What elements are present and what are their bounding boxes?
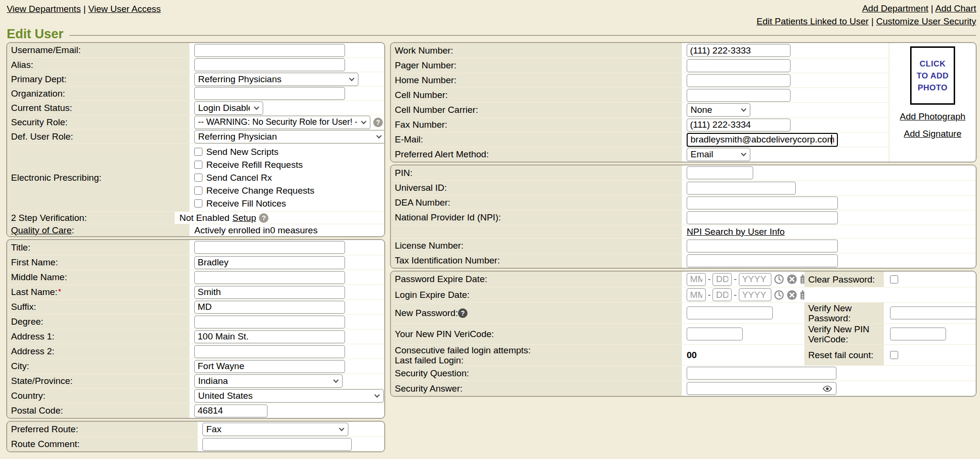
security-role-help-icon[interactable]: ? [373, 118, 383, 127]
security-question-input[interactable] [687, 367, 836, 380]
verify-new-password-input[interactable] [890, 306, 977, 319]
field-row: New Password:? Verify New Password: [391, 302, 976, 323]
verify-pin-vericode-input[interactable] [890, 328, 946, 340]
route-comment-input[interactable] [202, 438, 352, 451]
clear-password-checkbox[interactable] [890, 275, 898, 284]
receive-change-requests-checkbox[interactable] [194, 186, 202, 195]
receive-fill-notices-checkbox[interactable] [194, 199, 202, 208]
middle-name-input[interactable] [194, 271, 345, 284]
chevron-down-icon [374, 392, 379, 397]
first-name-input[interactable] [194, 256, 345, 269]
last-name-input[interactable] [194, 286, 345, 299]
login-expire-mm-input[interactable] [687, 288, 706, 301]
state-province-label: State/Province: [7, 374, 189, 388]
pin-vericode-label: Your New PIN VeriCode: [391, 324, 682, 344]
security-role-label: Security Role: [7, 115, 189, 129]
address2-input[interactable] [194, 345, 345, 358]
pin-vericode-input[interactable] [687, 328, 743, 340]
customize-user-security-link[interactable]: Customize User Security [876, 16, 976, 26]
edit-patients-linked-link[interactable]: Edit Patients Linked to User [757, 16, 869, 26]
current-status-select[interactable]: Login Disabled [194, 101, 263, 115]
title-input[interactable] [194, 241, 345, 254]
two-step-setup-link[interactable]: Setup [233, 213, 256, 223]
email-label: E-Mail: [391, 132, 682, 147]
add-photograph-link[interactable]: Add Photograph [900, 111, 965, 122]
login-expire-dd-input[interactable] [713, 288, 732, 301]
login-expire-yyyy-input[interactable] [739, 288, 771, 301]
quality-of-care-link[interactable]: Quality of Care [11, 225, 72, 236]
organization-input[interactable] [194, 87, 345, 100]
npi-search-link[interactable]: NPI Search by User Info [687, 227, 785, 237]
address1-input[interactable] [194, 330, 345, 343]
reset-fail-count-checkbox[interactable] [890, 351, 898, 359]
add-signature-link[interactable]: Add Signature [904, 129, 961, 139]
license-number-input[interactable] [687, 240, 838, 252]
country-select[interactable]: United States [194, 389, 384, 403]
primary-dept-label: Primary Dept: [7, 72, 189, 86]
field-row: Degree: [7, 314, 384, 329]
eye-icon[interactable] [823, 385, 832, 392]
required-asterisk: * [58, 287, 61, 297]
city-input[interactable] [194, 360, 345, 373]
new-password-input[interactable] [687, 306, 773, 319]
tax-id-input[interactable] [687, 254, 838, 267]
cell-number-input[interactable] [687, 89, 791, 102]
field-row: Username/Email: [7, 43, 384, 57]
primary-dept-select[interactable]: Referring Physicians [194, 73, 358, 86]
degree-input[interactable] [194, 316, 345, 328]
verify-pin-vericode-label: Verify New PIN VeriCode: [804, 324, 884, 344]
new-password-label: New Password:? [391, 303, 682, 323]
clock-icon[interactable] [774, 274, 784, 284]
pin-input[interactable] [687, 166, 753, 179]
universal-id-input[interactable] [687, 182, 796, 195]
view-user-access-link[interactable]: View User Access [88, 4, 161, 14]
password-expire-dd-input[interactable] [713, 273, 732, 286]
security-answer-input[interactable] [687, 382, 836, 395]
account-box: Username/Email: Alias: Primary Dept: Ref… [6, 42, 385, 237]
password-expire-mm-input[interactable] [687, 273, 706, 286]
add-department-link[interactable]: Add Department [862, 3, 928, 13]
password-expire-yyyy-input[interactable] [739, 273, 771, 286]
suffix-input[interactable] [194, 301, 345, 314]
field-row: Last Name:* [7, 284, 384, 299]
fax-number-input[interactable] [687, 119, 791, 131]
npi-input[interactable] [687, 211, 838, 224]
def-user-role-select[interactable]: Referring Physician [194, 130, 385, 143]
add-chart-link[interactable]: Add Chart [935, 3, 976, 13]
fax-number-label: Fax Number: [391, 118, 682, 132]
dea-number-input[interactable] [687, 197, 838, 209]
send-new-scripts-checkbox[interactable] [194, 148, 202, 156]
clock-icon[interactable] [774, 290, 784, 300]
field-row: Current Status: Login Disabled [7, 100, 384, 115]
add-photo-placeholder[interactable]: CLICK TO ADD PHOTO [910, 46, 955, 105]
chevron-down-icon [254, 104, 259, 109]
new-password-help-icon[interactable]: ? [458, 308, 468, 318]
pager-number-input[interactable] [687, 59, 791, 72]
field-row: License Number: [391, 238, 976, 253]
receive-refill-requests-checkbox[interactable] [194, 161, 202, 169]
send-cancel-rx-checkbox[interactable] [194, 174, 202, 182]
security-role-select[interactable]: -- WARNING: No Security Role for User! -… [194, 116, 370, 129]
clear-password-label: Clear Password: [804, 272, 884, 287]
field-row: Universal ID: [391, 180, 976, 195]
username-input[interactable] [194, 44, 345, 57]
two-step-help-icon[interactable]: ? [259, 213, 268, 223]
postal-code-input[interactable] [194, 404, 267, 417]
clear-date-icon[interactable] [787, 274, 797, 284]
top-right-links: Add Department | Add Chart Edit Patients… [757, 2, 976, 28]
chevron-down-icon [741, 106, 746, 111]
home-number-input[interactable] [687, 74, 791, 87]
clear-date-icon[interactable] [787, 290, 797, 300]
field-row: Cell Number Carrier: None [391, 102, 889, 117]
address1-label: Address 1: [7, 329, 189, 344]
preferred-route-select[interactable]: Fax [202, 423, 348, 436]
preferred-alert-method-select[interactable]: Email [687, 148, 750, 161]
state-province-select[interactable]: Indiana [194, 374, 343, 388]
email-input[interactable] [687, 133, 838, 147]
verify-new-password-label: Verify New Password: [804, 303, 884, 323]
alias-input[interactable] [194, 58, 345, 71]
cell-carrier-select[interactable]: None [687, 103, 750, 117]
identifiers-box: PIN: Universal ID: DEA Number: National … [390, 164, 977, 269]
view-departments-link[interactable]: View Departments [7, 4, 81, 14]
work-number-input[interactable] [687, 44, 791, 57]
